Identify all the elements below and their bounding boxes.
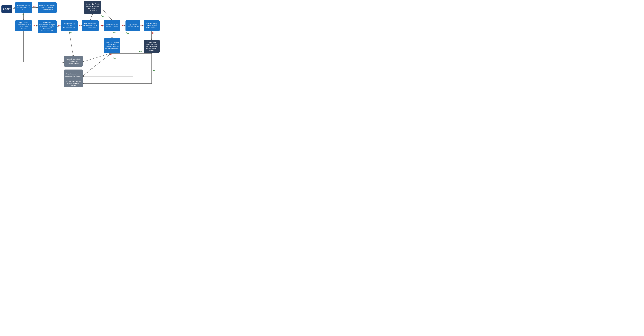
flowchart-diagram: Start Have App Service Environment v1 or…	[0, 0, 161, 87]
downtime-no-label: No	[110, 53, 112, 55]
have-ase-yes-label: Yes	[22, 14, 24, 15]
svg-line-0	[12, 7, 15, 9]
zone-pinned-label: Zone pinned App Service Environment v2?	[62, 23, 76, 29]
zone-yes-label: Yes	[69, 32, 72, 34]
all-set-node: All set! Continue using your App Service…	[38, 2, 56, 13]
available-subnet-no-label: No	[152, 32, 154, 34]
create-subnet-label: Create a new subnet. Increase Virtual Ne…	[145, 41, 158, 51]
svg-line-13	[69, 31, 73, 56]
ase-region-no-label: No	[58, 24, 60, 26]
available-subnet-label: Available empty subnet in your Virtual n…	[145, 23, 158, 29]
have-ase-node: Have App Service Environment v1 or v2?	[15, 2, 32, 13]
start-node: Start	[2, 5, 12, 13]
ase-v1-no-label: No	[140, 24, 142, 26]
need-same-subnet-node: Need/want to use the same subnet?	[104, 20, 120, 31]
have-ase-no-label: No	[33, 5, 36, 7]
elb-no-label: No	[100, 24, 103, 26]
same-subnet-yes-label: Yes	[113, 32, 116, 34]
svg-line-9	[90, 14, 92, 20]
available-subnet-node: Available empty subnet in your Virtual n…	[144, 20, 160, 31]
svg-line-18	[83, 53, 112, 62]
remove-ip-node: Remove the IP SSL from all sites in the …	[84, 1, 101, 14]
svg-line-10	[101, 7, 112, 20]
svg-line-19	[88, 53, 112, 71]
ase-v1-yes-label: Yes	[126, 32, 129, 34]
svg-line-20	[83, 71, 88, 76]
remove-ip-label: Remove the IP SSL from all sites in the …	[85, 3, 100, 11]
manually-upgrade-label: Manually upgrade to App Service Environm…	[65, 58, 82, 64]
start-label: Start	[3, 7, 10, 11]
need-same-subnet-label: Need/want to use the same subnet?	[105, 24, 119, 28]
remove-yes-label: Yes	[101, 15, 104, 17]
all-set-label: All set! Continue using your App Service…	[39, 4, 56, 11]
ase-region-label: App Service Environment in region that d…	[39, 21, 56, 32]
zone-pinned-node: Zone pinned App Service Environment v2?	[61, 20, 78, 31]
elb-ase-node: ELB App Service Environment with IP SSL …	[82, 20, 99, 31]
have-ase-label: Have App Service Environment v1 or v2?	[16, 4, 31, 11]
support-downtime-label: Support ~1 hour of application downtime …	[105, 41, 119, 50]
upgrade-inplace-label: Upgrade using the in-place migration fea…	[65, 73, 82, 77]
upgrade-sidebyside-node: Upgrade using the side by side migration…	[64, 78, 83, 87]
manually-upgrade-node: Manually upgrade to App Service Environm…	[64, 56, 83, 67]
create-subnet-yes-label: Yes	[152, 69, 155, 71]
ase-v1-classic-node: App Service Environment v1 in a classic …	[15, 20, 32, 31]
zone-no-label: No	[79, 24, 81, 26]
create-subnet-node: Create a new subnet. Increase Virtual Ne…	[144, 40, 160, 53]
support-downtime-node: Support ~1 hour of application downtime …	[104, 38, 120, 53]
downtime-yes-label: Yes	[113, 57, 116, 59]
ase-v1-classic-no-label: No	[33, 24, 35, 26]
subnet-available-yes-label: Yes	[139, 51, 142, 52]
ase-v1-label: App Service Environment v1?	[127, 24, 139, 28]
ase-region-node: App Service Environment in region that d…	[38, 20, 56, 33]
elb-ase-label: ELB App Service Environment with IP SSL …	[83, 23, 98, 29]
ase-v1-classic-label: App Service Environment v1 in a classic …	[16, 21, 31, 30]
upgrade-sidebyside-label: Upgrade using the side by side migration…	[65, 81, 82, 87]
ase-v1-node: App Service Environment v1?	[126, 20, 140, 31]
same-subnet-no-label: No	[122, 24, 124, 26]
